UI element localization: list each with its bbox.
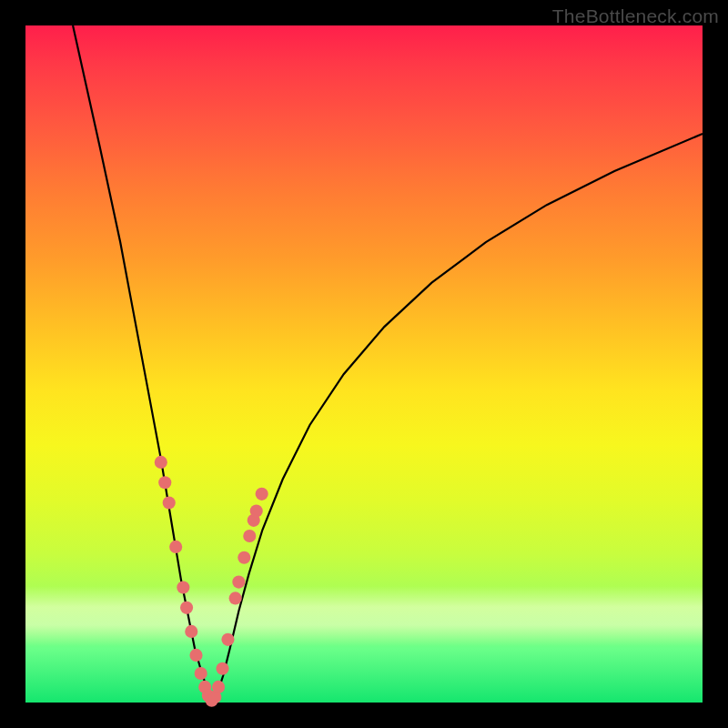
marker-dot xyxy=(189,649,202,662)
curve-left-branch xyxy=(73,25,213,701)
plot-area xyxy=(25,25,703,703)
marker-dot xyxy=(221,633,234,646)
outer-frame: TheBottleneck.com xyxy=(0,0,728,728)
marker-dot xyxy=(250,504,263,517)
marker-dot xyxy=(180,602,193,614)
marker-dot xyxy=(163,496,176,509)
chart-svg xyxy=(25,25,703,703)
marker-dot xyxy=(229,592,242,604)
marker-dot xyxy=(216,662,228,675)
marker-dot xyxy=(243,530,256,542)
watermark-text: TheBottleneck.com xyxy=(552,5,719,27)
marker-dot xyxy=(169,541,182,553)
marker-group xyxy=(155,456,268,707)
curve-right-branch xyxy=(213,134,703,701)
marker-dot xyxy=(238,551,250,564)
marker-dot xyxy=(158,476,171,489)
marker-dot xyxy=(155,456,167,469)
marker-dot xyxy=(177,581,189,593)
marker-dot xyxy=(232,576,245,589)
marker-dot xyxy=(256,488,268,500)
marker-dot xyxy=(212,681,225,693)
marker-dot xyxy=(185,625,197,638)
marker-dot xyxy=(195,667,207,680)
